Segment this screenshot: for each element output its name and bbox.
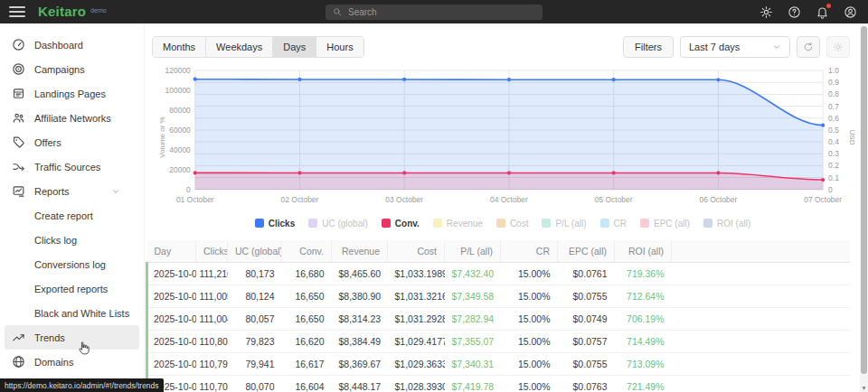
sidebar-item-exported-reports[interactable]: Exported reports bbox=[0, 276, 144, 301]
cell-revenue: $8,448.17 bbox=[332, 376, 388, 392]
cell-uc-global: 80,057 bbox=[228, 308, 282, 331]
legend-label: Revenue bbox=[447, 219, 483, 229]
column-header-conv[interactable]: Conv. bbox=[282, 240, 332, 263]
cell-day: 2025-10-05 bbox=[147, 353, 196, 376]
legend-item-conv[interactable]: Conv. bbox=[382, 219, 420, 229]
svg-text:03 October: 03 October bbox=[385, 195, 423, 204]
legend-swatch bbox=[703, 219, 712, 228]
legend-item-p-l-all[interactable]: P/L (all) bbox=[542, 219, 586, 229]
cell-clicks: 110,802 bbox=[196, 331, 228, 353]
legend-label: UC (global) bbox=[322, 219, 368, 229]
notification-dot bbox=[826, 4, 831, 8]
cell-day: 2025-10-02 bbox=[147, 285, 196, 308]
date-range-select[interactable]: Last 7 days bbox=[680, 36, 790, 58]
legend-item-revenue[interactable]: Revenue bbox=[433, 219, 483, 229]
cell-epc-all: $0.0757 bbox=[558, 331, 615, 353]
cell-revenue: $8,369.67 bbox=[332, 353, 388, 376]
cell-clicks: 111,216 bbox=[196, 263, 228, 285]
tab-days[interactable]: Days bbox=[273, 37, 316, 57]
column-header-roi-all[interactable]: ROI (all) bbox=[615, 240, 672, 263]
help-icon[interactable] bbox=[788, 5, 801, 19]
tab-months[interactable]: Months bbox=[153, 37, 206, 57]
cell-conv: 16,650 bbox=[282, 308, 332, 331]
sidebar-item-domains[interactable]: Domains bbox=[0, 350, 144, 374]
sidebar-item-affiliate-networks[interactable]: Affiliate Networks bbox=[0, 106, 144, 130]
page-scrollbar[interactable]: ▼ bbox=[860, 23, 868, 392]
sidebar-item-black-and-white-lists[interactable]: Black and White Lists bbox=[0, 301, 144, 325]
svg-text:05 October: 05 October bbox=[595, 195, 633, 204]
brand-logo[interactable]: Keitarodemo bbox=[25, 4, 107, 20]
legend-label: ROI (all) bbox=[717, 219, 750, 229]
sidebar-item-label: Offers bbox=[34, 137, 61, 148]
svg-text:04 October: 04 October bbox=[490, 195, 528, 204]
tab-weekdays[interactable]: Weekdays bbox=[206, 37, 273, 57]
column-header-p-l-all[interactable]: P/L (all) bbox=[445, 240, 501, 263]
sidebar-nav: DashboardCampaignsLandings PagesAffiliat… bbox=[0, 23, 145, 392]
legend-swatch bbox=[382, 219, 391, 228]
legend-item-cr[interactable]: CR bbox=[600, 219, 627, 229]
notifications-bell-icon[interactable] bbox=[816, 5, 829, 19]
table-row: 2025-10-05110,79579,94116,617$8,369.67$1… bbox=[147, 353, 851, 376]
user-account-icon[interactable] bbox=[844, 5, 857, 19]
sidebar-item-dashboard[interactable]: Dashboard bbox=[0, 33, 144, 57]
cell-epc-all: $0.0755 bbox=[558, 285, 615, 308]
legend-item-roi-all[interactable]: ROI (all) bbox=[703, 219, 750, 229]
column-header-day[interactable]: Day bbox=[147, 240, 196, 263]
sidebar-item-landings-pages[interactable]: Landings Pages bbox=[0, 81, 144, 106]
period-tab-group: MonthsWeekdaysDaysHours bbox=[152, 36, 364, 58]
scrollbar-thumb[interactable] bbox=[861, 26, 867, 374]
svg-text:60000: 60000 bbox=[169, 126, 191, 135]
cell-cost: $1,031.3216 bbox=[388, 285, 445, 308]
toolbar-right-controls: Filters Last 7 days bbox=[623, 36, 850, 58]
cell-uc-global: 80,173 bbox=[228, 263, 282, 285]
legend-item-epc-all[interactable]: EPC (all) bbox=[640, 219, 690, 229]
legend-item-clicks[interactable]: Clicks bbox=[255, 219, 295, 229]
column-header-cr[interactable]: CR bbox=[501, 240, 558, 263]
chart-settings-button[interactable] bbox=[826, 36, 850, 58]
menu-icon[interactable] bbox=[9, 6, 25, 17]
settings-icon[interactable] bbox=[760, 5, 773, 19]
chevron-down-icon bbox=[772, 42, 781, 51]
table-row: 2025-10-04110,80279,82316,620$8,384.49$1… bbox=[147, 331, 851, 353]
legend-item-cost[interactable]: Cost bbox=[496, 219, 529, 229]
search-input[interactable] bbox=[348, 7, 529, 17]
top-bar: Keitarodemo bbox=[0, 0, 868, 23]
legend-item-uc-global[interactable]: UC (global) bbox=[308, 219, 368, 229]
svg-text:06 October: 06 October bbox=[700, 195, 738, 204]
sidebar-item-trends[interactable]: Trends bbox=[5, 325, 139, 350]
sidebar-item-conversions-log[interactable]: Conversions log bbox=[0, 252, 144, 276]
sidebar-item-clicks-log[interactable]: Clicks log bbox=[0, 228, 144, 252]
tab-hours[interactable]: Hours bbox=[316, 37, 363, 57]
refresh-button[interactable] bbox=[797, 36, 820, 58]
campaigns-icon bbox=[12, 62, 25, 76]
sidebar-item-campaigns[interactable]: Campaigns bbox=[0, 57, 144, 81]
filters-button[interactable]: Filters bbox=[623, 36, 674, 58]
search-box[interactable] bbox=[326, 5, 542, 20]
cell-clicks: 111,004 bbox=[196, 308, 228, 331]
sidebar-item-traffic-sources[interactable]: Traffic Sources bbox=[0, 154, 144, 179]
legend-swatch bbox=[600, 219, 609, 228]
legend-label: P/L (all) bbox=[555, 219, 586, 229]
trends-table-wrap: DayClicksUC (global)Conv.RevenueCostP/L … bbox=[146, 240, 850, 392]
cell-cost: $1,029.3633 bbox=[388, 353, 445, 376]
column-header-clicks[interactable]: Clicks bbox=[196, 240, 228, 263]
cell-uc-global: 80,070 bbox=[228, 376, 282, 392]
sidebar-item-label: Clicks log bbox=[34, 235, 77, 246]
sidebar-item-reports[interactable]: Reports bbox=[0, 179, 144, 203]
legend-swatch bbox=[308, 219, 317, 228]
column-header-cost[interactable]: Cost bbox=[388, 240, 445, 263]
column-header-epc-all[interactable]: EPC (all) bbox=[558, 240, 615, 263]
legend-swatch bbox=[255, 219, 264, 228]
cell-uc-global: 79,941 bbox=[228, 353, 282, 376]
column-header-revenue[interactable]: Revenue bbox=[332, 240, 388, 263]
table-row: 2025-10-01111,21680,17316,680$8,465.60$1… bbox=[147, 263, 851, 285]
cell-cr: 15.00% bbox=[501, 285, 558, 308]
column-header-uc-global[interactable]: UC (global) bbox=[228, 240, 282, 263]
legend-label: Clicks bbox=[269, 219, 295, 229]
sidebar-item-create-report[interactable]: Create report bbox=[0, 203, 144, 228]
sidebar-item-label: Reports bbox=[34, 186, 70, 197]
sidebar-item-offers[interactable]: Offers bbox=[0, 130, 144, 154]
trends-chart[interactable]: Volume or % USD 020000400006000080000100… bbox=[148, 63, 852, 211]
table-header-row: DayClicksUC (global)Conv.RevenueCostP/L … bbox=[147, 240, 851, 263]
scrollbar-down-arrow-icon[interactable]: ▼ bbox=[860, 385, 868, 391]
